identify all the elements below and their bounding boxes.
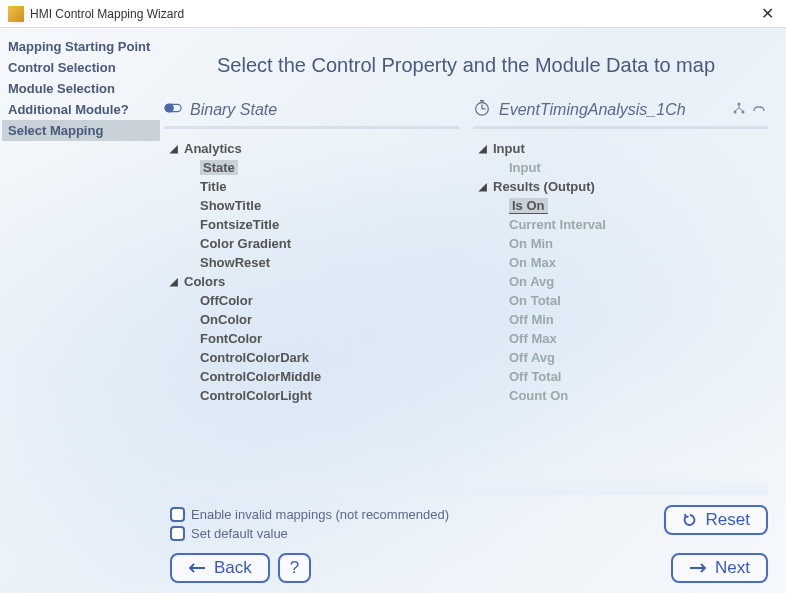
help-button[interactable]: ? (278, 553, 311, 583)
tree-item-ctrlcolorlight[interactable]: ControlColorLight (200, 386, 455, 405)
sidebar-item-starting-point[interactable]: Mapping Starting Point (2, 36, 160, 57)
back-button[interactable]: Back (170, 553, 270, 583)
module-data-tree: ◢Input Input ◢Results (Output) Is On Cur… (473, 129, 768, 495)
hierarchy-icon[interactable] (732, 101, 746, 118)
next-button-label: Next (715, 558, 750, 578)
tree-item-title[interactable]: Title (200, 177, 455, 196)
tree-item-off-max: Off Max (509, 329, 764, 348)
tree-group-colors[interactable]: ◢Colors (170, 272, 455, 291)
tree-item-input: Input (509, 158, 764, 177)
sidebar-item-select-mapping[interactable]: Select Mapping (2, 120, 160, 141)
enable-invalid-label: Enable invalid mappings (not recommended… (191, 507, 449, 522)
control-property-tree: ◢Analytics State Title ShowTitle Fontsiz… (164, 129, 459, 495)
tree-group-label: Results (Output) (493, 179, 595, 194)
reset-button[interactable]: Reset (664, 505, 768, 535)
tree-item-ctrlcolordark[interactable]: ControlColorDark (200, 348, 455, 367)
tree-item-on-avg: On Avg (509, 272, 764, 291)
reset-icon (682, 512, 698, 528)
sidebar-item-additional-module[interactable]: Additional Module? (2, 99, 160, 120)
tree-group-input[interactable]: ◢Input (479, 139, 764, 158)
reset-button-label: Reset (706, 510, 750, 530)
tree-item-on-total: On Total (509, 291, 764, 310)
tree-group-label: Input (493, 141, 525, 156)
tree-item-count-on: Count On (509, 386, 764, 405)
tree-item-fontcolor[interactable]: FontColor (200, 329, 455, 348)
tree-item-showtitle[interactable]: ShowTitle (200, 196, 455, 215)
arrow-left-icon (188, 562, 206, 574)
link-icon[interactable] (752, 101, 766, 118)
set-default-label: Set default value (191, 526, 288, 541)
wizard-steps-sidebar: Mapping Starting Point Control Selection… (0, 28, 160, 593)
tree-item-on-min: On Min (509, 234, 764, 253)
tree-item-oncolor[interactable]: OnColor (200, 310, 455, 329)
app-icon (8, 6, 24, 22)
back-button-label: Back (214, 558, 252, 578)
svg-point-1 (165, 104, 174, 113)
tree-group-results[interactable]: ◢Results (Output) (479, 177, 764, 196)
set-default-checkbox[interactable] (170, 526, 185, 541)
window-title: HMI Control Mapping Wizard (30, 7, 757, 21)
tree-item-ctrlcolormiddle[interactable]: ControlColorMiddle (200, 367, 455, 386)
tree-item-current-interval: Current Interval (509, 215, 764, 234)
tree-item-offcolor[interactable]: OffColor (200, 291, 455, 310)
close-icon[interactable]: ✕ (757, 4, 778, 23)
tree-item-colorgradient[interactable]: Color Gradient (200, 234, 455, 253)
help-button-label: ? (290, 558, 299, 578)
tree-item-state[interactable]: State (200, 158, 455, 177)
page-title: Select the Control Property and the Modu… (164, 54, 768, 77)
tree-item-showreset[interactable]: ShowReset (200, 253, 455, 272)
tree-item-fontsize[interactable]: FontsizeTitle (200, 215, 455, 234)
control-property-title: Binary State (190, 101, 457, 119)
module-data-panel: EventTimingAnalysis_1Ch ◢Input Input ◢Re… (473, 99, 768, 495)
control-property-panel: Binary State ◢Analytics State Title Show… (164, 99, 459, 495)
next-button[interactable]: Next (671, 553, 768, 583)
arrow-right-icon (689, 562, 707, 574)
binary-state-icon (164, 99, 182, 120)
tree-item-is-on[interactable]: Is On (509, 196, 764, 215)
tree-group-label: Colors (184, 274, 225, 289)
tree-item-off-min: Off Min (509, 310, 764, 329)
stopwatch-icon (473, 99, 491, 120)
tree-group-label: Analytics (184, 141, 242, 156)
tree-item-on-max: On Max (509, 253, 764, 272)
titlebar: HMI Control Mapping Wizard ✕ (0, 0, 786, 28)
tree-group-analytics[interactable]: ◢Analytics (170, 139, 455, 158)
tree-item-off-total: Off Total (509, 367, 764, 386)
module-data-title: EventTimingAnalysis_1Ch (499, 101, 724, 119)
tree-item-off-avg: Off Avg (509, 348, 764, 367)
svg-rect-5 (480, 100, 484, 102)
enable-invalid-checkbox[interactable] (170, 507, 185, 522)
sidebar-item-module-selection[interactable]: Module Selection (2, 78, 160, 99)
sidebar-item-control-selection[interactable]: Control Selection (2, 57, 160, 78)
